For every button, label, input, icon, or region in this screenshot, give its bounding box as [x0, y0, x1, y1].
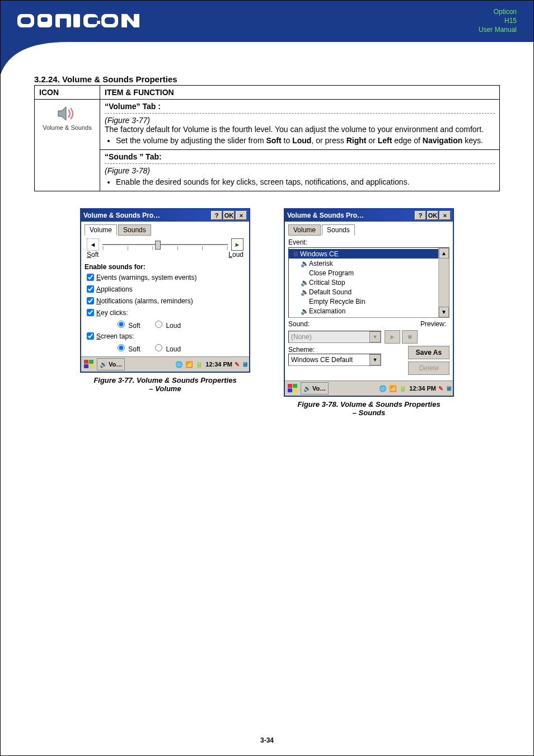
tray-clock[interactable]: 12:34 PM — [205, 361, 232, 368]
svg-rect-11 — [105, 17, 115, 24]
help-button[interactable]: ? — [211, 211, 222, 220]
event-listbox[interactable]: 🖥 Windows CE 🔈 Asterisk Close Program — [288, 247, 449, 318]
scroll-up-button[interactable]: ▲ — [439, 248, 449, 259]
preview-stop-button[interactable]: ■ — [402, 330, 418, 344]
svg-rect-14 — [89, 360, 93, 364]
tray-network-icon[interactable]: 🌐 — [379, 385, 387, 392]
event-row-asterisk[interactable]: 🔈 Asterisk — [289, 259, 438, 268]
fig77-caption-line2: – Volume — [80, 384, 250, 393]
radio-screen-soft[interactable] — [118, 344, 125, 351]
tray-clock[interactable]: 12:34 PM — [409, 385, 436, 392]
tray-network-icon[interactable]: 🌐 — [175, 361, 183, 368]
chk-events[interactable] — [87, 274, 94, 281]
event-row-close[interactable]: Close Program — [289, 268, 438, 278]
svg-rect-20 — [293, 388, 297, 392]
radio-screen-loud[interactable] — [155, 344, 162, 351]
sound-label: Sound: — [288, 320, 310, 328]
tab-volume[interactable]: Volume — [288, 224, 321, 236]
close-button[interactable]: × — [236, 211, 247, 220]
svg-rect-3 — [41, 17, 48, 22]
ok-button[interactable]: OK — [223, 211, 235, 220]
event-row-default[interactable]: 🔈 Default Sound — [289, 287, 438, 297]
sound-icon: 🔈 — [300, 307, 309, 315]
properties-table: ICON ITEM & FUNCTION — [34, 85, 500, 191]
tab-volume[interactable]: Volume — [85, 224, 117, 236]
svg-rect-13 — [84, 360, 88, 364]
ok-button[interactable]: OK — [427, 211, 438, 220]
chk-keyclicks-label: Key clicks: — [96, 309, 128, 317]
win-volume-title: Volume & Sounds Pro… — [83, 212, 210, 219]
chk-notifications-label: Notifications (alarms, reminders) — [96, 297, 193, 305]
tray-desktop-icon[interactable]: 🖥 — [446, 385, 452, 392]
svg-rect-16 — [89, 364, 93, 368]
fig77-caption-line1: Figure 3-77. Volume & Sounds Properties — [80, 376, 250, 384]
tab-sounds[interactable]: Sounds — [322, 224, 355, 236]
event-row-critical[interactable]: 🔈 Critical Stop — [289, 278, 438, 287]
event-label: Event: — [288, 238, 449, 246]
event-row-empty[interactable]: Empty Recycle Bin — [289, 297, 438, 306]
preview-play-button[interactable]: ► — [385, 330, 400, 344]
taskbar-app-button[interactable]: 🔊 Vo… — [97, 358, 125, 370]
chk-applications[interactable] — [87, 285, 94, 293]
chk-notifications[interactable] — [87, 297, 94, 304]
tray-battery-icon[interactable]: 🔋 — [195, 361, 203, 368]
svg-rect-9 — [97, 21, 100, 24]
event-row-exclamation[interactable]: 🔈 Exclamation — [289, 306, 438, 316]
header-meta: Opticon H15 User Manual — [479, 7, 517, 34]
section-number: 3.2.24. — [34, 74, 60, 84]
event-row-windowsce[interactable]: 🖥 Windows CE — [289, 249, 438, 259]
dropdown-arrow-icon[interactable]: ▼ — [369, 331, 381, 342]
brand-line1: Opticon — [479, 7, 517, 16]
slider-soft-icon[interactable]: ◄ — [87, 238, 99, 251]
windows-ce-icon: 🖥 — [291, 250, 300, 258]
sounds-bullet: Enable the desired sounds for key clicks… — [116, 177, 495, 186]
volume-sounds-icon-cell: Volume & Sounds — [39, 102, 95, 131]
help-button[interactable]: ? — [415, 211, 426, 220]
sounds-tab-heading: “Sounds ” Tab: — [105, 152, 495, 164]
volume-bullet: Set the volume by adjusting the slider f… — [116, 136, 495, 145]
scroll-down-button[interactable]: ▼ — [439, 307, 449, 317]
slider-loud-label: Loud — [228, 251, 243, 259]
save-as-button[interactable]: Save As — [408, 346, 449, 359]
volume-slider[interactable]: ◄ |||||| ► — [85, 238, 246, 251]
chk-screentaps-label: Screen taps: — [96, 332, 134, 340]
tab-sounds[interactable]: Sounds — [118, 224, 151, 236]
tray-app1-icon[interactable]: ✎ — [235, 361, 240, 368]
section-title: Volume & Sounds Properties — [62, 74, 177, 84]
taskbar-app-button[interactable]: 🔊 Vo… — [301, 382, 329, 395]
tray-app1-icon[interactable]: ✎ — [438, 385, 443, 392]
start-button[interactable] — [286, 383, 299, 394]
radio-key-loud[interactable] — [155, 321, 162, 328]
preview-label: Preview: — [420, 320, 446, 328]
svg-marker-12 — [58, 107, 66, 120]
svg-rect-1 — [21, 17, 31, 24]
sound-dropdown[interactable]: (None) ▼ — [288, 331, 381, 343]
sounds-fig-ref: (Figure 3-78) — [105, 166, 495, 175]
tray-desktop-icon[interactable]: 🖥 — [242, 361, 248, 368]
header-bar: Opticon H15 User Manual — [1, 1, 533, 41]
opticon-logo — [17, 8, 157, 33]
scheme-dropdown[interactable]: Windows CE Default ▼ — [288, 354, 381, 366]
slider-loud-icon[interactable]: ► — [231, 238, 243, 251]
tray-signal-icon[interactable]: 📶 — [185, 361, 193, 368]
win-volume-titlebar[interactable]: Volume & Sounds Pro… ? OK × — [81, 209, 249, 222]
start-button[interactable] — [82, 359, 96, 370]
event-scrollbar[interactable]: ▲ ▼ — [438, 248, 449, 317]
col-header-item: ITEM & FUNCTION — [100, 86, 500, 100]
chk-screentaps[interactable] — [87, 332, 94, 340]
sound-icon: 🔈 — [300, 279, 309, 287]
sound-icon: 🔈 — [300, 288, 309, 296]
win-sounds-titlebar[interactable]: Volume & Sounds Pro… ? OK × — [285, 209, 453, 222]
radio-key-soft[interactable] — [118, 321, 125, 328]
win-volume-window: Volume & Sounds Pro… ? OK × Volume Sound… — [80, 208, 250, 373]
tray-battery-icon[interactable]: 🔋 — [399, 385, 407, 392]
close-button[interactable]: × — [439, 211, 451, 220]
tray-signal-icon[interactable]: 📶 — [389, 385, 397, 392]
dropdown-arrow-icon[interactable]: ▼ — [369, 354, 381, 365]
delete-button[interactable]: Delete — [408, 361, 449, 375]
chk-keyclicks[interactable] — [87, 309, 94, 316]
volume-body-text: The factory default for Volume is the fo… — [105, 125, 495, 134]
icon-label: Volume & Sounds — [39, 124, 95, 131]
taskbar-sounds: 🔊 Vo… 🌐 📶 🔋 12:34 PM ✎ 🖥 — [285, 381, 453, 396]
scheme-label: Scheme: — [288, 346, 404, 354]
